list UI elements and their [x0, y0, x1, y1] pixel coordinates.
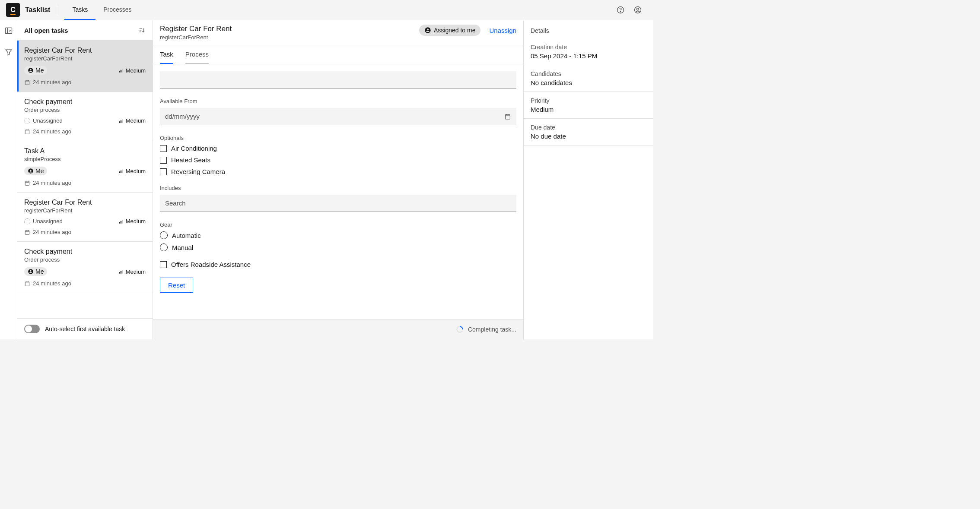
priority-badge: Medium — [118, 67, 146, 74]
details-header: Details — [524, 20, 653, 38]
svg-point-6 — [30, 69, 32, 71]
available-from-input[interactable] — [160, 108, 516, 125]
task-item[interactable]: Register Car For Rent registerCarForRent… — [17, 193, 153, 242]
svg-point-3 — [637, 8, 639, 10]
svg-rect-21 — [119, 222, 120, 224]
reset-button[interactable]: Reset — [160, 278, 193, 293]
task-age: 24 minutes ago — [24, 128, 71, 135]
svg-rect-24 — [25, 230, 29, 234]
checkbox-icon[interactable] — [160, 157, 167, 164]
gear-automatic[interactable]: Automatic — [160, 231, 516, 239]
detail-item: Due date No due date — [524, 119, 653, 145]
svg-rect-17 — [119, 171, 120, 173]
task-item-sub: simpleProcess — [24, 156, 146, 162]
unassigned-icon — [24, 218, 30, 224]
help-icon[interactable] — [612, 1, 629, 19]
priority-badge: Medium — [118, 218, 146, 224]
gear-manual[interactable]: Manual — [160, 243, 516, 251]
svg-rect-9 — [122, 69, 123, 73]
task-detail-panel: Register Car For Rent registerCarForRent… — [153, 20, 524, 339]
form-footer: Completing task... — [153, 319, 523, 339]
unassigned-icon — [24, 118, 30, 124]
task-item[interactable]: Check payment Order process Unassigned M… — [17, 92, 153, 141]
completing-status: Completing task... — [468, 326, 516, 333]
svg-point-26 — [30, 270, 32, 272]
detail-label: Candidates — [531, 70, 646, 77]
task-item[interactable]: Task A simpleProcess Me Medium 24 minute… — [17, 141, 153, 193]
roadside-assistance[interactable]: Offers Roadside Assistance — [160, 261, 516, 268]
unassign-link[interactable]: Unassign — [489, 27, 516, 34]
task-detail-header: Register Car For Rent registerCarForRent… — [153, 20, 523, 45]
person-icon — [28, 269, 34, 275]
assignee-unassigned: Unassigned — [24, 218, 63, 224]
svg-rect-18 — [121, 171, 121, 173]
task-item-name: Check payment — [24, 98, 146, 106]
svg-rect-10 — [25, 80, 29, 84]
detail-value: No candidates — [531, 79, 646, 86]
auto-select-toggle[interactable] — [24, 325, 40, 333]
user-icon[interactable] — [629, 1, 646, 19]
calendar-icon — [24, 229, 30, 235]
sort-icon[interactable] — [138, 26, 146, 34]
calendar-icon — [24, 129, 30, 135]
detail-item: Priority Medium — [524, 92, 653, 119]
detail-label: Priority — [531, 97, 646, 104]
sub-tab-process[interactable]: Process — [185, 45, 209, 64]
app-logo: C — [6, 3, 20, 17]
task-list-header: All open tasks — [17, 20, 153, 41]
bars-icon — [118, 168, 124, 174]
optional-heated-seats[interactable]: Heated Seats — [160, 156, 516, 164]
svg-rect-14 — [25, 130, 29, 133]
assignee-me-badge: Me — [24, 267, 47, 276]
checkbox-icon[interactable] — [160, 168, 167, 175]
assignee-me-badge: Me — [24, 167, 47, 175]
task-item-name: Task A — [24, 147, 146, 155]
task-age: 24 minutes ago — [24, 229, 71, 235]
nav-tab-tasks[interactable]: Tasks — [64, 0, 95, 20]
task-list-title: All open tasks — [24, 27, 68, 34]
task-age: 24 minutes ago — [24, 280, 71, 287]
svg-rect-28 — [121, 271, 121, 274]
detail-value: Medium — [531, 106, 646, 113]
radio-icon[interactable] — [160, 243, 168, 251]
app-header: C Tasklist Tasks Processes — [0, 0, 653, 20]
svg-rect-13 — [122, 119, 123, 123]
left-rail — [0, 20, 17, 339]
filter-icon[interactable] — [4, 48, 13, 57]
panel-expand-icon[interactable] — [4, 26, 13, 35]
bars-icon — [118, 67, 124, 73]
assigned-chip[interactable]: Assigned to me — [419, 25, 481, 36]
calendar-icon[interactable] — [504, 113, 511, 120]
detail-value: 05 Sep 2024 - 1:15 PM — [531, 52, 646, 60]
svg-rect-27 — [119, 272, 120, 274]
svg-rect-7 — [119, 71, 120, 73]
nav-tabs: Tasks Processes — [64, 0, 139, 20]
detail-item: Candidates No candidates — [524, 65, 653, 92]
svg-rect-22 — [121, 221, 121, 223]
priority-badge: Medium — [118, 117, 146, 124]
optional-air-conditioning[interactable]: Air Conditioning — [160, 145, 516, 152]
calendar-icon — [24, 180, 30, 186]
svg-point-16 — [30, 170, 32, 171]
detail-item: Creation date 05 Sep 2024 - 1:15 PM — [524, 38, 653, 65]
includes-search-input[interactable] — [160, 195, 516, 212]
svg-rect-11 — [119, 121, 120, 123]
optional-reversing-camera[interactable]: Reversing Camera — [160, 168, 516, 175]
nav-tab-processes[interactable]: Processes — [95, 0, 139, 20]
available-from-label: Available From — [160, 98, 516, 104]
detail-label: Creation date — [531, 44, 646, 51]
svg-point-32 — [427, 28, 429, 30]
bars-icon — [118, 118, 124, 124]
sub-tab-task[interactable]: Task — [160, 45, 173, 64]
svg-rect-30 — [25, 281, 29, 285]
bars-icon — [118, 218, 124, 224]
checkbox-icon[interactable] — [160, 261, 167, 268]
top-text-input[interactable] — [160, 71, 516, 89]
radio-icon[interactable] — [160, 231, 168, 239]
task-item[interactable]: Register Car For Rent registerCarForRent… — [17, 41, 153, 92]
gear-label: Gear — [160, 221, 516, 228]
checkbox-icon[interactable] — [160, 145, 167, 152]
svg-rect-29 — [122, 270, 123, 274]
task-item[interactable]: Check payment Order process Me Medium 24… — [17, 242, 153, 293]
svg-rect-19 — [122, 170, 123, 173]
